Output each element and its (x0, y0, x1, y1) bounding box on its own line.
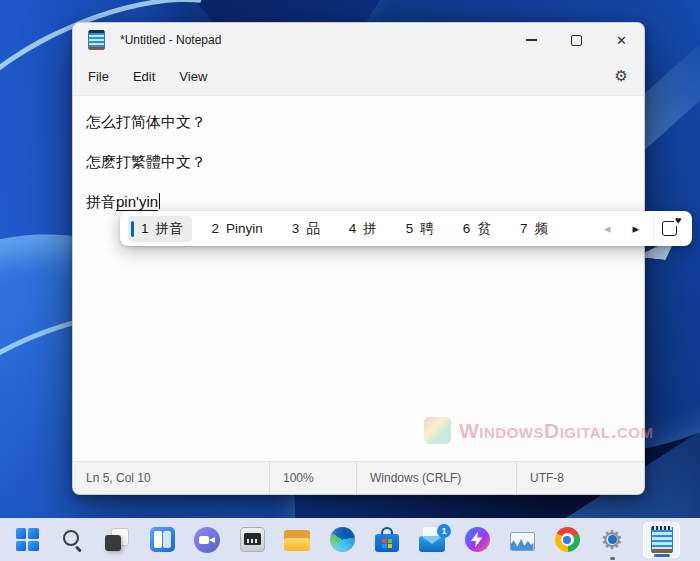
store-bag-icon (375, 527, 399, 553)
gear-center-dot (608, 535, 617, 544)
messenger-bolt-icon (465, 527, 490, 552)
file-explorer-button[interactable] (283, 526, 311, 554)
running-indicator (610, 557, 615, 560)
status-bar: Ln 5, Col 10 100% Windows (CRLF) UTF-8 (73, 461, 644, 494)
menu-edit[interactable]: Edit (123, 64, 165, 89)
console-window-icon (240, 527, 265, 552)
window-controls: ✕ (509, 23, 644, 57)
ime-candidate-5[interactable]: 5聘 (397, 216, 443, 242)
active-app-indicator (654, 554, 670, 557)
ime-candidate-2[interactable]: 2Pinyin (203, 217, 272, 240)
status-encoding[interactable]: UTF-8 (516, 462, 644, 494)
task-view-button[interactable] (103, 526, 131, 554)
edge-browser-icon (330, 527, 355, 552)
status-line-ending[interactable]: Windows (CRLF) (356, 462, 516, 494)
close-button[interactable]: ✕ (599, 23, 644, 57)
ime-candidate-3[interactable]: 3品 (283, 216, 329, 242)
chat-button[interactable] (193, 526, 221, 554)
text-editor-area[interactable]: 怎么打简体中文？ 怎麽打繁體中文？ 拼音pin'yin (73, 96, 644, 461)
menu-file[interactable]: File (78, 64, 119, 89)
ime-candidate-1-selected[interactable]: 1拼音 (128, 216, 192, 242)
mail-envelope-icon: 1 (419, 531, 445, 552)
editor-line-1: 怎么打简体中文？ (86, 112, 644, 132)
menu-bar: File Edit View ⚙ (73, 57, 644, 96)
minimize-icon (526, 39, 537, 40)
editor-line-3: 怎麽打繁體中文？ (86, 152, 644, 172)
ime-next-page-icon[interactable]: ▸ (632, 222, 639, 235)
task-view-icon (104, 527, 130, 552)
vm-console-button[interactable] (238, 526, 266, 554)
chrome-icon (555, 527, 580, 552)
mail-notification-badge: 1 (437, 524, 451, 538)
edge-button[interactable] (328, 526, 356, 554)
editor-line-blank (86, 172, 644, 192)
text-caret (159, 193, 160, 209)
task-manager-button[interactable] (508, 526, 536, 554)
taskbar-search-button[interactable] (58, 526, 86, 554)
maximize-button[interactable] (554, 23, 599, 57)
line5-prefix: 拼音 (86, 193, 116, 210)
editor-line-blank (86, 132, 644, 152)
notepad-taskbar-button[interactable] (643, 522, 680, 558)
widgets-button[interactable] (148, 526, 176, 554)
status-cursor-position: Ln 5, Col 10 (73, 462, 269, 494)
taskbar: 1 ⚙ (0, 518, 700, 561)
notepad-app-icon (88, 30, 105, 50)
notepad-icon (651, 526, 673, 553)
messenger-button[interactable] (463, 526, 491, 554)
folder-icon (284, 529, 310, 551)
mail-button[interactable]: 1 (418, 526, 446, 554)
ime-candidate-7[interactable]: 7频 (511, 216, 557, 242)
screen: *Untitled - Notepad ✕ File Edit View ⚙ 怎… (0, 0, 700, 561)
editor-line-5: 拼音pin'yin (86, 192, 644, 212)
status-zoom-level[interactable]: 100% (269, 462, 356, 494)
microsoft-store-button[interactable] (373, 526, 401, 554)
ime-prev-page-icon[interactable]: ◂ (604, 222, 611, 235)
notepad-window: *Untitled - Notepad ✕ File Edit View ⚙ 怎… (72, 22, 645, 495)
window-title: *Untitled - Notepad (120, 33, 221, 47)
ime-panel-icon: ♥ (662, 221, 677, 236)
ime-candidate-4[interactable]: 4拼 (340, 216, 386, 242)
ime-paging: ◂ ▸ (604, 222, 653, 235)
search-icon (60, 528, 84, 552)
minimize-button[interactable] (509, 23, 554, 57)
settings-gear-icon[interactable]: ⚙ (615, 67, 628, 85)
settings-button[interactable]: ⚙ (598, 526, 626, 554)
heart-icon: ♥ (674, 215, 682, 226)
ime-candidate-bar: 1拼音 2Pinyin 3品 4拼 5聘 6贫 7频 ◂ ▸ ♥ (120, 211, 692, 246)
close-icon: ✕ (616, 34, 627, 47)
chat-camera-icon (194, 527, 220, 553)
widgets-icon (150, 527, 175, 552)
title-bar[interactable]: *Untitled - Notepad ✕ (73, 23, 644, 57)
menu-view[interactable]: View (169, 64, 217, 89)
windows-logo-icon (16, 528, 39, 551)
ime-candidate-6[interactable]: 6贫 (454, 216, 500, 242)
performance-chart-icon (510, 532, 535, 551)
maximize-icon (571, 35, 582, 46)
start-button[interactable] (13, 526, 41, 554)
ime-composition-text: pin'yin (116, 193, 158, 211)
chrome-button[interactable] (553, 526, 581, 554)
ime-more-button[interactable]: ♥ (653, 215, 684, 242)
